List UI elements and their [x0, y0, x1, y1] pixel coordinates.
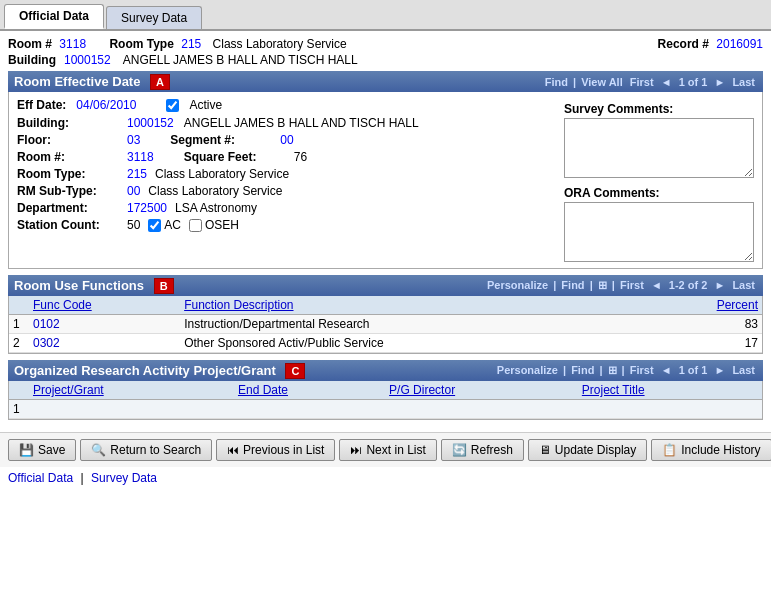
row2-func-code: 0302 [29, 334, 180, 353]
section-c-last[interactable]: Last [732, 364, 755, 376]
grant-row1-num: 1 [9, 400, 29, 419]
floor-label: Floor: [17, 133, 127, 147]
include-history-button[interactable]: 📋 Include History [651, 439, 771, 461]
segment-value: 00 [280, 133, 293, 147]
section-c-badge: C [285, 363, 305, 379]
eff-date-label: Eff Date: [17, 98, 66, 112]
record-value: 2016091 [716, 37, 763, 51]
building-label: Building [8, 53, 56, 67]
section-a-find[interactable]: Find [545, 76, 568, 88]
tab-survey-data[interactable]: Survey Data [106, 6, 202, 29]
update-display-button[interactable]: 🖥 Update Display [528, 439, 647, 461]
ac-checkbox[interactable] [148, 219, 161, 232]
section-b-find[interactable]: Find [561, 279, 584, 291]
row2-percent: 17 [650, 334, 762, 353]
refresh-icon: 🔄 [452, 443, 467, 457]
ora-comments-input[interactable] [564, 202, 754, 262]
section-c-body: Project/Grant End Date P/G Director Proj… [8, 381, 763, 420]
section-a-body: Eff Date: 04/06/2010 Active Building: 10… [8, 92, 763, 269]
grant-col-director[interactable]: P/G Director [385, 381, 578, 400]
station-label: Station Count: [17, 218, 127, 232]
section-c-next[interactable]: ► [714, 364, 725, 376]
table-row: 1 0102 Instruction/Departmental Research… [9, 315, 762, 334]
grant-row1-enddate [234, 400, 385, 419]
segment-label: Segment #: [170, 133, 280, 147]
room-num-label: Room #: [17, 150, 127, 164]
section-c: Organized Research Activity Project/Gran… [8, 360, 763, 420]
grant-col-num [9, 381, 29, 400]
section-b-badge: B [154, 278, 174, 294]
row2-func-desc: Other Sponsored Activ/Public Service [180, 334, 650, 353]
section-c-nav: Personalize | Find | ⊞ | First ◄ 1 of 1 … [495, 364, 757, 377]
prev-list-button[interactable]: ⏮ Previous in List [216, 439, 335, 461]
dept-value: 172500 [127, 201, 167, 215]
section-c-personalize[interactable]: Personalize [497, 364, 558, 376]
room-label: Room # [8, 37, 52, 51]
tab-official-data[interactable]: Official Data [4, 4, 104, 29]
floor-value: 03 [127, 133, 140, 147]
rm-subtype-label: RM Sub-Type: [17, 184, 127, 198]
func-col-desc[interactable]: Function Description [180, 296, 650, 315]
ac-label: AC [164, 218, 181, 232]
section-c-page: 1 of 1 [679, 364, 708, 376]
next-list-button[interactable]: ⏭ Next in List [339, 439, 436, 461]
section-b-last[interactable]: Last [732, 279, 755, 291]
func-col-percent[interactable]: Percent [650, 296, 762, 315]
section-a-badge: A [150, 74, 170, 90]
grant-col-title[interactable]: Project Title [578, 381, 762, 400]
section-b: Room Use Functions B Personalize | Find … [8, 275, 763, 354]
section-c-prev[interactable]: ◄ [661, 364, 672, 376]
oseh-checkbox[interactable] [189, 219, 202, 232]
sqft-value: 76 [294, 150, 307, 164]
active-checkbox[interactable] [166, 99, 179, 112]
section-a-first[interactable]: First [630, 76, 654, 88]
section-a-last[interactable]: Last [732, 76, 755, 88]
func-col-num [9, 296, 29, 315]
grant-col-enddate[interactable]: End Date [234, 381, 385, 400]
building-form-name: ANGELL JAMES B HALL AND TISCH HALL [184, 116, 419, 130]
section-c-first[interactable]: First [630, 364, 654, 376]
section-c-grid-icon[interactable]: ⊞ [608, 364, 617, 376]
next-list-icon: ⏭ [350, 443, 362, 457]
prev-list-label: Previous in List [243, 443, 324, 457]
section-b-nav: Personalize | Find | ⊞ | First ◄ 1-2 of … [485, 279, 757, 292]
save-icon: 💾 [19, 443, 34, 457]
section-b-next[interactable]: ► [714, 279, 725, 291]
building-value: 1000152 [64, 53, 111, 67]
room-type-form-label: Room Type: [17, 167, 127, 181]
section-c-find[interactable]: Find [571, 364, 594, 376]
section-a-nav: Find | View All First ◄ 1 of 1 ► Last [543, 76, 757, 88]
grant-row1-title [578, 400, 762, 419]
row1-func-desc: Instruction/Departmental Research [180, 315, 650, 334]
building-form-value: 1000152 [127, 116, 174, 130]
dept-label: Department: [17, 201, 127, 215]
section-b-prev[interactable]: ◄ [651, 279, 662, 291]
building-form-label: Building: [17, 116, 127, 130]
section-b-personalize[interactable]: Personalize [487, 279, 548, 291]
section-b-grid-icon[interactable]: ⊞ [598, 279, 607, 291]
survey-comments-input[interactable] [564, 118, 754, 178]
func-col-code[interactable]: Func Code [29, 296, 180, 315]
footer-official-data[interactable]: Official Data [8, 471, 73, 485]
section-a: Room Effective Date A Find | View All Fi… [8, 71, 763, 269]
ora-comments-label: ORA Comments: [564, 186, 754, 200]
refresh-button[interactable]: 🔄 Refresh [441, 439, 524, 461]
save-button[interactable]: 💾 Save [8, 439, 76, 461]
grant-col-project[interactable]: Project/Grant [29, 381, 234, 400]
section-a-prev[interactable]: ◄ [661, 76, 672, 88]
section-a-title: Room Effective Date [14, 74, 140, 89]
section-a-viewall[interactable]: View All [581, 76, 623, 88]
room-type-form-desc: Class Laboratory Service [155, 167, 289, 181]
row1-num: 1 [9, 315, 29, 334]
room-type-label: Room Type [109, 37, 173, 51]
table-row: 1 [9, 400, 762, 419]
sqft-label: Square Feet: [184, 150, 294, 164]
row1-func-code: 0102 [29, 315, 180, 334]
footer-survey-data[interactable]: Survey Data [91, 471, 157, 485]
row2-num: 2 [9, 334, 29, 353]
record-label: Record # [658, 37, 709, 51]
section-b-first[interactable]: First [620, 279, 644, 291]
return-search-button[interactable]: 🔍 Return to Search [80, 439, 212, 461]
section-a-next[interactable]: ► [714, 76, 725, 88]
refresh-label: Refresh [471, 443, 513, 457]
